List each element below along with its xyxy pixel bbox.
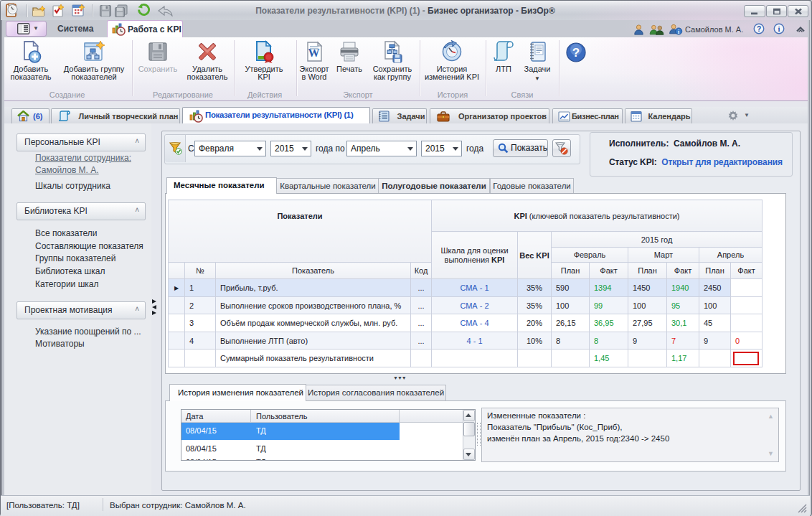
svg-text:?: ? — [757, 25, 761, 33]
svg-text:i: i — [778, 25, 780, 33]
svg-text:?: ? — [572, 46, 580, 60]
svg-text:i: i — [678, 29, 679, 35]
